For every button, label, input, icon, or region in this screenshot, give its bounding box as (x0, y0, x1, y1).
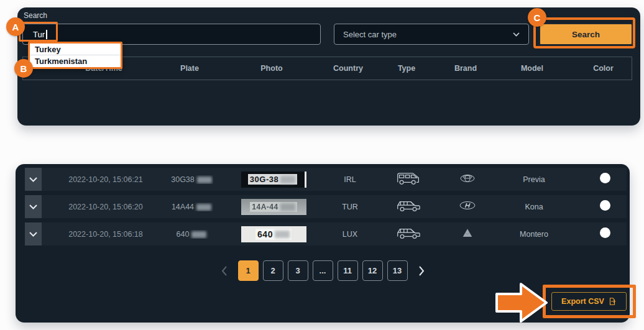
column-header-photo: Photo (211, 64, 332, 73)
row-datetime: 2022-10-20, 15:06:18 (42, 230, 170, 239)
table-row: 2022-10-20, 15:06:20 14A44 14A-44 TUR (25, 195, 627, 218)
row-type (366, 199, 451, 215)
hyundai-logo (459, 201, 476, 210)
chevron-left-icon (221, 266, 228, 276)
plate-photo-thumbnail: 640 (241, 226, 306, 242)
row-expander-button[interactable] (25, 222, 42, 245)
row-plate: 14A44 (170, 203, 213, 211)
row-country: TUR (334, 203, 366, 211)
suv-icon (396, 226, 421, 240)
annotation-badge-a: A (6, 17, 25, 36)
row-expander-button[interactable] (25, 195, 42, 218)
chevron-down-icon (513, 32, 520, 37)
pagination: 1 2 3 ... 11 12 13 (16, 260, 630, 281)
pagination-page-3[interactable]: 3 (288, 260, 308, 281)
suv-icon (396, 199, 421, 213)
row-datetime: 2022-10-20, 15:06:20 (42, 203, 170, 211)
pagination-page-1[interactable]: 1 (238, 260, 259, 281)
row-type (366, 171, 451, 188)
redacted-plate-part (275, 231, 290, 238)
row-color (584, 200, 627, 213)
row-photo: 640 (213, 226, 334, 242)
row-model: Previa (484, 175, 584, 184)
redacted-plate-part (280, 203, 295, 211)
table-row: 2022-10-20, 15:06:18 640 640 LUX (25, 222, 627, 245)
chevron-down-icon (29, 232, 37, 237)
redacted-plate-part (197, 176, 212, 183)
annotation-box-export (543, 285, 636, 318)
row-type (366, 226, 451, 242)
column-header-model: Model (482, 64, 582, 73)
plate-photo-thumbnail: 30G-38 (241, 172, 306, 188)
row-brand (451, 173, 484, 186)
pagination-prev-button[interactable] (221, 266, 228, 276)
row-color (584, 173, 627, 186)
column-header-plate: Plate (168, 64, 211, 73)
annotation-badge-b: B (14, 59, 33, 78)
chevron-down-icon (29, 204, 37, 209)
pagination-page-13[interactable]: 13 (387, 260, 408, 281)
row-photo: 14A-44 (213, 199, 334, 215)
pagination-page-2[interactable]: 2 (263, 260, 283, 281)
table-row: 2022-10-20, 15:06:21 30G38 30G-38 IRL Pr… (25, 168, 627, 191)
redacted-plate-part (196, 204, 211, 211)
row-model: Kona (484, 203, 584, 211)
suggestion-turkey[interactable]: Turkey (30, 44, 121, 55)
row-brand (451, 201, 484, 213)
annotation-arrow-icon (495, 282, 548, 323)
row-brand (451, 227, 484, 241)
chevron-right-icon (418, 266, 425, 276)
pagination-ellipsis: ... (313, 260, 333, 281)
column-header-brand: Brand (449, 64, 482, 73)
car-color-dot (600, 200, 610, 211)
car-color-dot (600, 173, 610, 183)
van-icon (396, 171, 421, 186)
row-datetime: 2022-10-20, 15:06:21 (42, 175, 170, 184)
car-color-dot (600, 227, 610, 238)
row-color (584, 227, 627, 241)
anpr-search-page: Search Tur Select car type Search Date/T… (0, 0, 644, 330)
mitsubishi-logo (461, 227, 474, 239)
annotation-badge-c: C (528, 8, 546, 27)
row-country: LUX (334, 230, 366, 239)
redacted-plate-part (191, 231, 206, 238)
pagination-next-button[interactable] (418, 266, 425, 276)
row-model: Montero (484, 230, 584, 239)
row-country: IRL (334, 175, 366, 184)
pagination-page-12[interactable]: 12 (362, 260, 383, 281)
autocomplete-dropdown: Turkey Turkmenistan (28, 42, 122, 69)
row-plate: 30G38 (170, 175, 213, 184)
column-header-type: Type (364, 64, 449, 73)
search-label: Search (24, 11, 47, 20)
row-expander-button[interactable] (25, 168, 42, 191)
suggestion-turkmenistan[interactable]: Turkmenistan (30, 55, 121, 67)
plate-photo-thumbnail: 14A-44 (241, 199, 306, 215)
redacted-plate-part (280, 176, 295, 183)
pagination-page-11[interactable]: 11 (338, 260, 358, 281)
chevron-down-icon (29, 177, 37, 182)
column-header-color: Color (582, 64, 625, 73)
annotation-box-c (533, 17, 635, 48)
car-type-select[interactable]: Select car type (334, 24, 529, 45)
column-header-country: Country (332, 64, 364, 73)
toyota-logo (460, 173, 475, 183)
row-photo: 30G-38 (213, 172, 334, 188)
row-plate: 640 (170, 230, 213, 239)
car-type-select-value: Select car type (343, 30, 397, 39)
